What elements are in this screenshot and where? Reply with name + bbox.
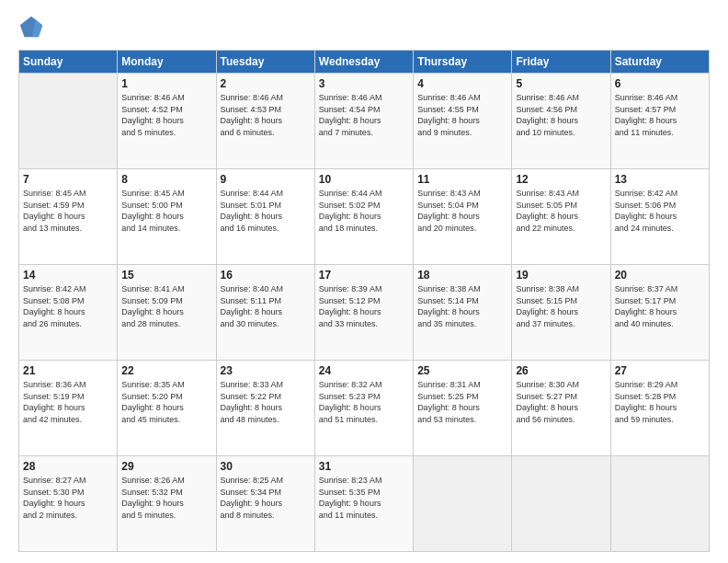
day-info: Sunrise: 8:31 AM Sunset: 5:25 PM Dayligh… xyxy=(417,379,507,425)
day-number: 1 xyxy=(121,77,211,90)
day-number: 9 xyxy=(221,173,311,186)
header-sunday: Sunday xyxy=(19,51,118,74)
header-saturday: Saturday xyxy=(610,51,709,74)
logo xyxy=(18,15,48,40)
week-row-5: 28Sunrise: 8:27 AM Sunset: 5:30 PM Dayli… xyxy=(19,456,710,552)
week-row-1: 1Sunrise: 8:46 AM Sunset: 4:52 PM Daylig… xyxy=(19,74,710,169)
header xyxy=(18,15,710,40)
page: SundayMondayTuesdayWednesdayThursdayFrid… xyxy=(0,0,728,563)
day-info: Sunrise: 8:37 AM Sunset: 5:17 PM Dayligh… xyxy=(615,283,705,329)
day-number: 12 xyxy=(516,173,606,186)
day-number: 13 xyxy=(615,173,705,186)
header-wednesday: Wednesday xyxy=(314,51,413,74)
day-number: 15 xyxy=(121,269,211,282)
cell-w1-d6: 5Sunrise: 8:46 AM Sunset: 4:56 PM Daylig… xyxy=(512,74,610,169)
cell-w3-d2: 15Sunrise: 8:41 AM Sunset: 5:09 PM Dayli… xyxy=(118,265,216,361)
cell-w2-d4: 10Sunrise: 8:44 AM Sunset: 5:02 PM Dayli… xyxy=(314,169,413,265)
day-info: Sunrise: 8:25 AM Sunset: 5:34 PM Dayligh… xyxy=(221,475,311,521)
day-number: 16 xyxy=(221,269,311,282)
day-number: 10 xyxy=(319,173,409,186)
day-number: 21 xyxy=(23,364,113,377)
day-info: Sunrise: 8:41 AM Sunset: 5:09 PM Dayligh… xyxy=(121,283,211,329)
day-number: 6 xyxy=(615,77,705,90)
cell-w3-d1: 14Sunrise: 8:42 AM Sunset: 5:08 PM Dayli… xyxy=(19,265,118,361)
day-number: 20 xyxy=(615,269,705,282)
cell-w2-d6: 12Sunrise: 8:43 AM Sunset: 5:05 PM Dayli… xyxy=(512,169,610,265)
day-info: Sunrise: 8:36 AM Sunset: 5:19 PM Dayligh… xyxy=(23,379,113,425)
day-info: Sunrise: 8:46 AM Sunset: 4:55 PM Dayligh… xyxy=(417,92,507,138)
cell-w3-d6: 19Sunrise: 8:38 AM Sunset: 5:15 PM Dayli… xyxy=(512,265,610,361)
day-info: Sunrise: 8:44 AM Sunset: 5:02 PM Dayligh… xyxy=(319,188,409,234)
day-number: 25 xyxy=(417,364,507,377)
day-number: 26 xyxy=(516,364,606,377)
cell-w5-d2: 29Sunrise: 8:26 AM Sunset: 5:32 PM Dayli… xyxy=(118,456,216,552)
cell-w2-d1: 7Sunrise: 8:45 AM Sunset: 4:59 PM Daylig… xyxy=(19,169,118,265)
cell-w3-d7: 20Sunrise: 8:37 AM Sunset: 5:17 PM Dayli… xyxy=(610,265,709,361)
day-number: 23 xyxy=(221,364,311,377)
header-tuesday: Tuesday xyxy=(216,51,314,74)
cell-w1-d2: 1Sunrise: 8:46 AM Sunset: 4:52 PM Daylig… xyxy=(118,74,216,169)
day-number: 3 xyxy=(319,77,409,90)
calendar-header: SundayMondayTuesdayWednesdayThursdayFrid… xyxy=(19,51,710,74)
header-thursday: Thursday xyxy=(414,51,512,74)
week-row-2: 7Sunrise: 8:45 AM Sunset: 4:59 PM Daylig… xyxy=(19,169,710,265)
day-info: Sunrise: 8:43 AM Sunset: 5:04 PM Dayligh… xyxy=(417,188,507,234)
calendar-body: 1Sunrise: 8:46 AM Sunset: 4:52 PM Daylig… xyxy=(19,74,710,552)
day-info: Sunrise: 8:46 AM Sunset: 4:56 PM Dayligh… xyxy=(516,92,606,138)
cell-w2-d3: 9Sunrise: 8:44 AM Sunset: 5:01 PM Daylig… xyxy=(216,169,314,265)
day-number: 31 xyxy=(319,460,409,473)
header-friday: Friday xyxy=(512,51,610,74)
day-number: 29 xyxy=(121,460,211,473)
cell-w4-d4: 24Sunrise: 8:32 AM Sunset: 5:23 PM Dayli… xyxy=(314,361,413,456)
day-info: Sunrise: 8:33 AM Sunset: 5:22 PM Dayligh… xyxy=(221,379,311,425)
cell-w1-d7: 6Sunrise: 8:46 AM Sunset: 4:57 PM Daylig… xyxy=(610,74,709,169)
header-row: SundayMondayTuesdayWednesdayThursdayFrid… xyxy=(19,51,710,74)
day-number: 11 xyxy=(417,173,507,186)
day-info: Sunrise: 8:26 AM Sunset: 5:32 PM Dayligh… xyxy=(121,475,211,521)
day-number: 22 xyxy=(121,364,211,377)
cell-w3-d4: 17Sunrise: 8:39 AM Sunset: 5:12 PM Dayli… xyxy=(314,265,413,361)
day-info: Sunrise: 8:30 AM Sunset: 5:27 PM Dayligh… xyxy=(516,379,606,425)
day-number: 24 xyxy=(319,364,409,377)
day-number: 19 xyxy=(516,269,606,282)
calendar-table: SundayMondayTuesdayWednesdayThursdayFrid… xyxy=(18,50,710,552)
cell-w1-d1 xyxy=(19,74,118,169)
day-number: 27 xyxy=(615,364,705,377)
day-info: Sunrise: 8:23 AM Sunset: 5:35 PM Dayligh… xyxy=(319,475,409,521)
day-info: Sunrise: 8:40 AM Sunset: 5:11 PM Dayligh… xyxy=(221,283,311,329)
day-info: Sunrise: 8:43 AM Sunset: 5:05 PM Dayligh… xyxy=(516,188,606,234)
day-info: Sunrise: 8:38 AM Sunset: 5:15 PM Dayligh… xyxy=(516,283,606,329)
cell-w1-d3: 2Sunrise: 8:46 AM Sunset: 4:53 PM Daylig… xyxy=(216,74,314,169)
day-number: 4 xyxy=(417,77,507,90)
cell-w1-d4: 3Sunrise: 8:46 AM Sunset: 4:54 PM Daylig… xyxy=(314,74,413,169)
day-info: Sunrise: 8:46 AM Sunset: 4:52 PM Dayligh… xyxy=(121,92,211,138)
cell-w1-d5: 4Sunrise: 8:46 AM Sunset: 4:55 PM Daylig… xyxy=(414,74,512,169)
day-info: Sunrise: 8:32 AM Sunset: 5:23 PM Dayligh… xyxy=(319,379,409,425)
cell-w4-d7: 27Sunrise: 8:29 AM Sunset: 5:28 PM Dayli… xyxy=(610,361,709,456)
cell-w5-d5 xyxy=(414,456,512,552)
cell-w4-d5: 25Sunrise: 8:31 AM Sunset: 5:25 PM Dayli… xyxy=(414,361,512,456)
cell-w3-d5: 18Sunrise: 8:38 AM Sunset: 5:14 PM Dayli… xyxy=(414,265,512,361)
week-row-3: 14Sunrise: 8:42 AM Sunset: 5:08 PM Dayli… xyxy=(19,265,710,361)
cell-w4-d3: 23Sunrise: 8:33 AM Sunset: 5:22 PM Dayli… xyxy=(216,361,314,456)
day-number: 8 xyxy=(121,173,211,186)
day-info: Sunrise: 8:44 AM Sunset: 5:01 PM Dayligh… xyxy=(221,188,311,234)
day-info: Sunrise: 8:35 AM Sunset: 5:20 PM Dayligh… xyxy=(121,379,211,425)
cell-w5-d3: 30Sunrise: 8:25 AM Sunset: 5:34 PM Dayli… xyxy=(216,456,314,552)
day-info: Sunrise: 8:29 AM Sunset: 5:28 PM Dayligh… xyxy=(615,379,705,425)
day-number: 5 xyxy=(516,77,606,90)
day-info: Sunrise: 8:45 AM Sunset: 4:59 PM Dayligh… xyxy=(23,188,113,234)
cell-w2-d7: 13Sunrise: 8:42 AM Sunset: 5:06 PM Dayli… xyxy=(610,169,709,265)
day-info: Sunrise: 8:38 AM Sunset: 5:14 PM Dayligh… xyxy=(417,283,507,329)
cell-w5-d4: 31Sunrise: 8:23 AM Sunset: 5:35 PM Dayli… xyxy=(314,456,413,552)
cell-w5-d7 xyxy=(610,456,709,552)
day-number: 18 xyxy=(417,269,507,282)
cell-w5-d6 xyxy=(512,456,610,552)
cell-w4-d2: 22Sunrise: 8:35 AM Sunset: 5:20 PM Dayli… xyxy=(118,361,216,456)
day-info: Sunrise: 8:42 AM Sunset: 5:06 PM Dayligh… xyxy=(615,188,705,234)
day-number: 28 xyxy=(23,460,113,473)
day-number: 30 xyxy=(221,460,311,473)
day-number: 7 xyxy=(23,173,113,186)
cell-w2-d5: 11Sunrise: 8:43 AM Sunset: 5:04 PM Dayli… xyxy=(414,169,512,265)
cell-w4-d1: 21Sunrise: 8:36 AM Sunset: 5:19 PM Dayli… xyxy=(19,361,118,456)
